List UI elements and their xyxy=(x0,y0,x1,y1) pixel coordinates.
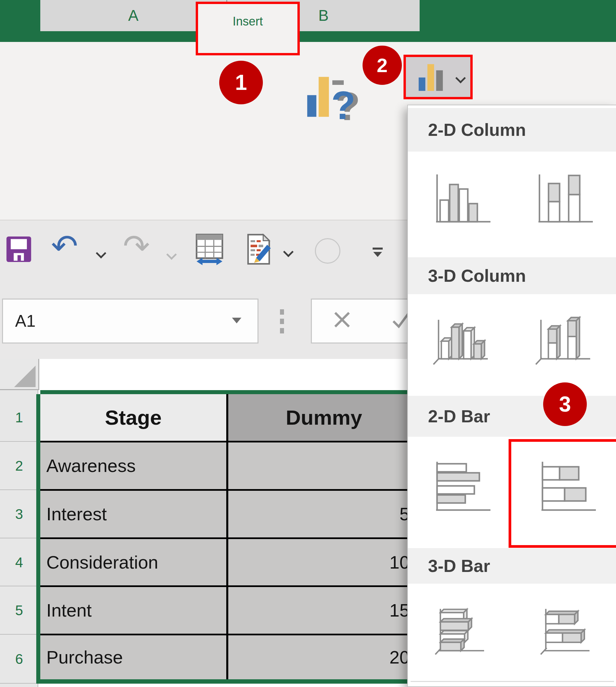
step-3-badge: 3 xyxy=(543,383,587,426)
name-box-dropdown-icon[interactable] xyxy=(232,318,241,323)
table-column-width-button[interactable] xyxy=(193,233,226,266)
document-edit-icon xyxy=(243,233,273,266)
row-header-4[interactable]: 4 xyxy=(0,539,38,586)
selection-header-underline xyxy=(40,390,420,394)
menu-section-3d-bar: 3-D Bar xyxy=(408,548,616,584)
quick-print-edit-button[interactable] xyxy=(243,233,273,266)
office-circle-icon xyxy=(315,238,340,264)
cell-a2[interactable]: Awareness xyxy=(40,442,232,489)
table-border-vertical xyxy=(226,394,228,679)
table-border xyxy=(38,441,420,442)
formula-bar-drag-dots[interactable] xyxy=(280,309,284,315)
table-border xyxy=(38,586,420,587)
table-border xyxy=(38,537,420,539)
column-width-icon xyxy=(193,233,226,266)
select-all-corner[interactable] xyxy=(0,359,39,390)
chart-type-menu: 2-D Column 3-D Column xyxy=(407,105,616,687)
cell-a1[interactable]: Stage xyxy=(40,394,226,441)
cell-a3[interactable]: Interest xyxy=(40,491,232,537)
cell-a5[interactable]: Intent xyxy=(40,587,232,634)
row-header-3[interactable]: 3 xyxy=(0,491,38,539)
menu-section-3d-column: 3-D Column xyxy=(408,257,616,294)
select-all-triangle-icon xyxy=(14,366,36,387)
redo-icon[interactable]: ↷ xyxy=(123,227,150,265)
save-button[interactable] xyxy=(6,235,31,263)
save-icon xyxy=(6,235,31,263)
cell-b2[interactable]: 0 xyxy=(228,442,425,489)
cell-a6[interactable]: Purchase xyxy=(40,635,232,679)
menu-item-3d-clustered-bar[interactable] xyxy=(432,603,492,660)
menu-item-3d-stacked-column[interactable] xyxy=(534,316,595,366)
menu-item-3d-clustered-column[interactable] xyxy=(432,316,492,366)
insert-column-chart-button[interactable] xyxy=(403,55,472,99)
menu-section-2d-column: 2-D Column xyxy=(408,108,616,152)
formula-bar-drag-dots[interactable] xyxy=(280,328,284,334)
cell-b1[interactable]: Dummy xyxy=(228,394,420,441)
step-1-badge: 1 xyxy=(219,61,263,104)
menu-item-stacked-column[interactable] xyxy=(534,173,595,225)
selection-border-left xyxy=(36,394,40,684)
stacked-bar-highlight-box xyxy=(509,439,616,548)
cancel-icon[interactable] xyxy=(331,309,353,330)
column-chart-chevron-down-icon[interactable] xyxy=(455,73,466,83)
undo-icon[interactable]: ↶ xyxy=(51,227,78,265)
step-2-badge: 2 xyxy=(362,46,402,85)
menu-divider xyxy=(411,681,614,682)
cell-b6[interactable]: 200 xyxy=(228,635,425,679)
menu-item-3d-stacked-bar[interactable] xyxy=(537,603,598,660)
toolbar-overflow-icon[interactable] xyxy=(373,248,383,257)
menu-item-clustered-bar[interactable] xyxy=(432,458,492,515)
formula-bar-drag-dots[interactable] xyxy=(280,319,284,324)
cell-a4[interactable]: Consideration xyxy=(40,539,232,586)
row-header-2[interactable]: 2 xyxy=(0,442,38,490)
row-header-1[interactable]: 1 xyxy=(0,394,38,442)
svg-text:?: ? xyxy=(331,83,356,128)
excel-window: File Home Insert Page Layout Formulas Da… xyxy=(0,0,616,687)
cell-b4[interactable]: 100 xyxy=(228,539,425,586)
selection-border-bottom xyxy=(36,679,420,684)
row-header-6[interactable]: 6 xyxy=(0,635,38,684)
name-box-value: A1 xyxy=(15,300,36,343)
recommended-charts-button[interactable]: ? ? xyxy=(304,70,361,129)
menu-item-clustered-column[interactable] xyxy=(432,173,492,225)
table-border xyxy=(38,489,420,491)
name-box[interactable]: A1 xyxy=(2,299,259,344)
cell-b3[interactable]: 50 xyxy=(228,491,425,537)
recommended-charts-icon: ? ? xyxy=(304,70,361,129)
cell-b5[interactable]: 150 xyxy=(228,587,425,634)
tab-insert[interactable]: Insert xyxy=(196,2,300,55)
column-chart-icon xyxy=(415,61,449,93)
table-border xyxy=(38,634,420,635)
row-header-5[interactable]: 5 xyxy=(0,587,38,635)
